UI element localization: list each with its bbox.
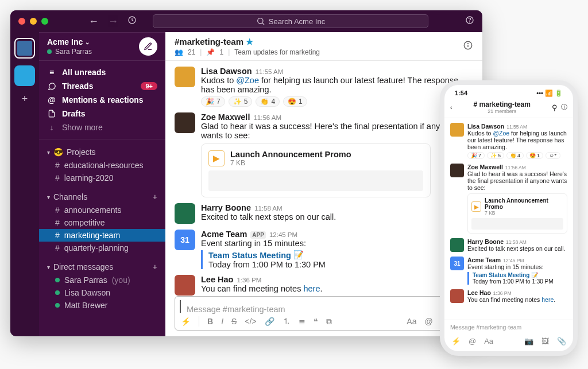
sidebar-threads[interactable]: Threads 9+	[39, 79, 165, 93]
message[interactable]: 31 Acme Team12:45 PM Event starting in 1…	[450, 257, 567, 285]
mention-button[interactable]: @	[469, 337, 476, 345]
channel-topic[interactable]: Team updates for marketing	[234, 48, 320, 56]
phone-composer-input[interactable]: Message #marketing-team	[444, 320, 573, 334]
channel-competitive[interactable]: #competitive	[39, 216, 165, 229]
avatar[interactable]	[450, 164, 464, 177]
image-icon[interactable]: 🖼	[541, 337, 549, 345]
close-window[interactable]	[18, 18, 25, 25]
dm-matt-brewer[interactable]: Matt Brewer	[39, 299, 165, 312]
message-list[interactable]: Lisa Dawson11:55 AM Kudos to @Zoe for he…	[165, 61, 482, 296]
history-icon[interactable]	[127, 15, 137, 27]
avatar[interactable]: 31	[175, 230, 195, 250]
message-author[interactable]: Acme Team	[201, 230, 247, 239]
message-author[interactable]: Lisa Dawson	[201, 67, 252, 76]
workspace-tile-2[interactable]	[14, 65, 35, 86]
back-icon[interactable]: ←	[88, 15, 99, 28]
reaction[interactable]: 🎉7	[201, 96, 225, 107]
sidebar-header[interactable]: Acme Inc ⌄ Sara Parras	[39, 32, 165, 61]
section-dms[interactable]: ▾ Direct messages +	[39, 259, 165, 274]
message[interactable]: 31 Acme TeamAPP12:45 PM Event starting i…	[175, 230, 473, 269]
message[interactable]: Harry Boone11:58 AM Excited to talk next…	[450, 238, 567, 252]
search-input[interactable]: Search Acme Inc	[153, 14, 428, 28]
avatar[interactable]	[175, 112, 195, 133]
message[interactable]: Zoe Maxwell11:56 AM Glad to hear it was …	[175, 112, 473, 197]
composer-input[interactable]: Message #marketing-team	[180, 300, 473, 313]
message-author[interactable]: Lee Hao	[467, 289, 491, 296]
channel-title[interactable]: #marketing-team	[175, 37, 243, 46]
add-dm-button[interactable]: +	[153, 262, 157, 271]
section-projects[interactable]: ▾ 😎 Projects	[39, 144, 165, 159]
add-channel-button[interactable]: +	[153, 192, 157, 201]
info-icon[interactable]: ⓘ	[561, 103, 567, 111]
calendar-event[interactable]: Team Status Meeting 📝 Today from 1:00 PM…	[467, 272, 567, 285]
ordered-list-button[interactable]: ⒈	[283, 316, 291, 327]
avatar[interactable]	[450, 289, 464, 303]
add-reaction[interactable]: ☺⁺	[546, 152, 560, 159]
star-icon[interactable]: ★	[246, 37, 253, 47]
dm-sara-parras[interactable]: Sara Parras (you)	[39, 274, 165, 286]
message-author[interactable]: Harry Boone	[201, 203, 251, 212]
file-attachment[interactable]: ▶ Launch Announcement Promo 7 KB	[201, 143, 431, 197]
mention[interactable]: @Zoe	[493, 130, 509, 137]
reaction[interactable]: 👏4	[506, 152, 524, 159]
maximize-window[interactable]	[41, 18, 48, 25]
message-author[interactable]: Lee Hao	[201, 275, 233, 284]
message[interactable]: Zoe Maxwell11:56 AM Glad to hear it was …	[450, 164, 567, 234]
add-workspace-button[interactable]: +	[22, 93, 28, 105]
channel-quarterly-planning[interactable]: #quarterly-planning	[39, 242, 165, 254]
reaction[interactable]: 🎉7	[467, 152, 485, 159]
codeblock-button[interactable]: ⧉	[326, 317, 332, 327]
avatar[interactable]: 31	[450, 257, 464, 270]
reaction[interactable]: ✨5	[229, 96, 253, 107]
channel-learning-2020[interactable]: #learning-2020	[39, 172, 165, 184]
avatar[interactable]	[450, 238, 464, 252]
formatting-button[interactable]: Aa	[484, 337, 493, 345]
channel-educational-resources[interactable]: #educational-resources	[39, 159, 165, 172]
italic-button[interactable]: I	[221, 317, 223, 326]
search-icon[interactable]: ⚲	[552, 103, 558, 112]
workspace-tile-1[interactable]	[14, 38, 35, 59]
blockquote-button[interactable]: ❝	[314, 317, 318, 326]
shortcuts-icon[interactable]: ⚡	[181, 317, 191, 326]
minimize-window[interactable]	[30, 18, 37, 25]
sidebar-show-more[interactable]: ↓ Show more	[39, 121, 165, 134]
link[interactable]: here	[541, 296, 554, 303]
message-author[interactable]: Lisa Dawson	[467, 123, 504, 130]
link-button[interactable]: 🔗	[265, 317, 274, 326]
link[interactable]: here	[303, 284, 320, 293]
sidebar-all-unreads[interactable]: ≡ All unreads	[39, 65, 165, 79]
sidebar-mentions[interactable]: @ Mentions & reactions	[39, 93, 165, 107]
members-count[interactable]: 21	[188, 48, 195, 56]
strike-button[interactable]: S	[231, 317, 237, 326]
avatar[interactable]	[175, 275, 195, 296]
forward-icon[interactable]: →	[108, 15, 118, 28]
channel-announcements[interactable]: #announcements	[39, 204, 165, 216]
back-icon[interactable]: ‹	[450, 104, 452, 111]
help-icon[interactable]	[465, 15, 474, 27]
reaction[interactable]: 😍1	[526, 152, 543, 159]
message-composer[interactable]: Message #marketing-team ⚡ B I S </> 🔗 ⒈ …	[175, 296, 473, 331]
attach-icon[interactable]: 📎	[557, 337, 566, 345]
message-author[interactable]: Zoe Maxwell	[467, 164, 503, 170]
pins-count[interactable]: 1	[219, 48, 223, 56]
message[interactable]: Lisa Dawson11:55 AM Kudos to @Zoe for he…	[450, 123, 567, 159]
sidebar-drafts[interactable]: Drafts	[39, 107, 165, 121]
info-icon[interactable]	[463, 40, 473, 53]
compose-button[interactable]	[139, 37, 157, 56]
avatar[interactable]	[175, 67, 195, 87]
bullet-list-button[interactable]: ≣	[299, 317, 305, 326]
phone-message-list[interactable]: Lisa Dawson11:55 AM Kudos to @Zoe for he…	[444, 118, 573, 320]
message[interactable]: Harry Boone11:58 AM Excited to talk next…	[175, 203, 473, 224]
shortcuts-icon[interactable]: ⚡	[451, 337, 461, 345]
calendar-event[interactable]: Team Status Meeting📝 Today from 1:00 PM …	[201, 250, 473, 269]
message-author[interactable]: Zoe Maxwell	[201, 112, 250, 122]
code-button[interactable]: </>	[245, 317, 256, 326]
phone-channel-title[interactable]: # marketing-team	[456, 100, 549, 108]
message-author[interactable]: Acme Team	[467, 257, 501, 263]
file-attachment[interactable]: ▶ Launch Announcement Promo 7 KB	[467, 193, 567, 234]
formatting-button[interactable]: Aa	[407, 317, 416, 326]
section-channels[interactable]: ▾ Channels +	[39, 189, 165, 204]
camera-icon[interactable]: 📷	[524, 337, 533, 345]
reaction[interactable]: 👏4	[256, 96, 280, 107]
channel-marketing-team[interactable]: #marketing-team	[39, 229, 165, 242]
